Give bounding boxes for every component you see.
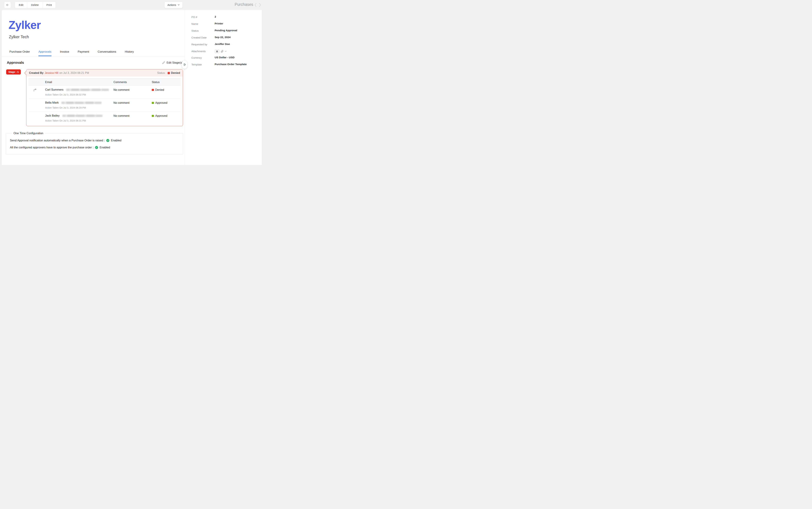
- detail-row-po-number: PO # 2: [191, 15, 260, 19]
- detail-value: Jeniffer Doe: [215, 42, 230, 46]
- paperclip-icon[interactable]: [221, 50, 223, 53]
- status-square: [152, 102, 154, 104]
- detail-label: PO #: [191, 15, 215, 19]
- one-time-configuration-legend: One Time Configuration: [12, 132, 45, 135]
- action-taken-text: Action Taken On Jul 3, 2024 06:32 PM: [45, 93, 113, 96]
- approver-name: Bella Mark: [45, 101, 59, 104]
- detail-row-name: Name Printer: [191, 22, 260, 25]
- purchase-order-card: Zylker Zylker Tech Purchase Order Approv…: [2, 10, 185, 165]
- status-square: [152, 89, 154, 91]
- config-item: Send Approval notification automatically…: [10, 139, 179, 142]
- status-label: Status :: [157, 71, 166, 74]
- approver-name: Jack Bailey: [45, 114, 60, 117]
- tab-approvals[interactable]: Approvals: [38, 50, 51, 56]
- actions-dropdown-button[interactable]: Actions: [164, 2, 183, 8]
- action-taken-text: Action Taken On Jul 3, 2024 06:29 PM: [45, 106, 113, 109]
- tab-invoice[interactable]: Invoice: [60, 50, 69, 56]
- approver-status: Approved: [152, 101, 180, 104]
- created-by-name: Jessica Hill: [45, 71, 58, 74]
- section-title: Approvals: [7, 61, 24, 65]
- approver-status-text: Approved: [155, 101, 168, 104]
- caret-down-icon: [178, 4, 180, 6]
- detail-value: Purchase Order Template: [215, 63, 247, 66]
- approvals-section-header: Approvals Edit Stage(s): [2, 57, 184, 65]
- stage-header: Created By Jessica Hill on Jul 3, 2024 0…: [26, 69, 183, 76]
- org-subtitle: Zylker Tech: [9, 35, 184, 39]
- approver-status: Denied: [152, 88, 180, 92]
- detail-label: Currency: [191, 56, 215, 59]
- approver-comment: No comment: [113, 114, 152, 117]
- tab-payment[interactable]: Payment: [78, 50, 89, 56]
- approval-stage-row: Stage - 1 Created By Jessica Hill on Jul…: [2, 69, 184, 126]
- approver-row: Jack Bailey Action Taken On Jul 3, 2024 …: [29, 112, 180, 125]
- approver-row: Carl Summers Action Taken On Jul 3, 2024…: [29, 86, 180, 99]
- detail-row-requested-by: Requested by Jeniffer Doe: [191, 42, 260, 46]
- action-taken-text: Action Taken On Jul 3, 2024 06:31 PM: [45, 119, 113, 122]
- side-panel-toggle-button[interactable]: [182, 61, 187, 69]
- attachments-count-badge[interactable]: 0: [215, 49, 219, 53]
- detail-label: Created Date: [191, 36, 215, 39]
- edit-button[interactable]: Edit: [15, 2, 27, 8]
- approver-cell: Carl Summers Action Taken On Jul 3, 2024…: [45, 88, 113, 96]
- record-navigation: [254, 3, 262, 7]
- next-chevron-icon[interactable]: [258, 3, 262, 7]
- status-column-header: Status: [152, 80, 180, 84]
- config-text: Send Approval notification automatically…: [10, 139, 105, 142]
- detail-row-created-date: Created Date Sep 22, 2024: [191, 36, 260, 39]
- detail-value: Sep 22, 2024: [215, 36, 231, 39]
- edit-stages-button[interactable]: Edit Stage(s): [162, 61, 183, 64]
- approver-name: Carl Summers: [45, 88, 63, 92]
- stage-panel: Created By Jessica Hill on Jul 3, 2024 0…: [26, 69, 183, 126]
- check-icon: [95, 146, 98, 149]
- detail-row-currency: Currency US Dollar - USD: [191, 56, 260, 59]
- module-title: Purchases: [235, 2, 253, 7]
- detail-value: US Dollar - USD: [215, 56, 235, 59]
- stage-status: Status : Denied: [157, 71, 180, 74]
- detail-value: Printer: [215, 22, 223, 25]
- approver-comment: No comment: [113, 88, 152, 92]
- content-area: Zylker Zylker Tech Purchase Order Approv…: [2, 10, 262, 165]
- details-sidebar: PO # 2 Name Printer Status Pending Appro…: [185, 10, 262, 165]
- print-button[interactable]: Print: [42, 2, 56, 8]
- record-action-buttons: Edit Delete Print: [15, 2, 56, 8]
- approver-status-text: Approved: [155, 114, 168, 117]
- approvers-table-header: Email Comments Status: [29, 78, 180, 86]
- detail-row-attachments: Attachments 0: [191, 49, 260, 53]
- approver-comment: No comment: [113, 101, 152, 104]
- attachments-caret-down-icon[interactable]: [225, 51, 226, 52]
- approver-status: Approved: [152, 114, 180, 117]
- tab-bar: Purchase Order Approvals Invoice Payment…: [2, 50, 184, 57]
- redacted-email: [62, 115, 103, 117]
- detail-label: Requested by: [191, 42, 215, 46]
- status-square: [168, 72, 170, 74]
- status-value: Denied: [171, 71, 180, 74]
- detail-value: Pending Approval: [215, 29, 237, 32]
- tab-purchase-order[interactable]: Purchase Order: [9, 50, 30, 56]
- delete-button[interactable]: Delete: [27, 2, 43, 8]
- config-value: Enabled: [100, 146, 110, 149]
- detail-label: Template: [191, 63, 215, 66]
- forward-arrow-icon: [33, 88, 45, 92]
- stage-badge: Stage - 1: [6, 69, 21, 74]
- created-by-label: Created By: [29, 71, 43, 74]
- tab-history[interactable]: History: [125, 50, 134, 56]
- status-square: [152, 115, 154, 117]
- prev-chevron-icon[interactable]: [254, 3, 257, 7]
- config-text: All the configured approvers have to app…: [10, 146, 94, 149]
- redacted-email: [66, 89, 109, 91]
- pencil-icon: [162, 61, 165, 64]
- detail-row-template: Template Purchase Order Template: [191, 63, 260, 66]
- approvers-table: Email Comments Status Carl Summers: [29, 78, 180, 125]
- detail-label: Status: [191, 29, 215, 32]
- approver-status-text: Denied: [155, 88, 164, 92]
- approver-cell: Bella Mark Action Taken On Jul 3, 2024 0…: [45, 101, 113, 109]
- panel-toggle-chevron-icon: [183, 63, 186, 66]
- actions-label: Actions: [168, 3, 176, 6]
- back-button[interactable]: [4, 2, 11, 8]
- back-arrow-icon: [6, 3, 9, 7]
- approver-row: Bella Mark Action Taken On Jul 3, 2024 0…: [29, 99, 180, 112]
- detail-value: 2: [215, 15, 216, 18]
- tab-conversations[interactable]: Conversations: [98, 50, 116, 56]
- check-icon: [106, 139, 109, 142]
- org-title: Zylker: [8, 19, 184, 31]
